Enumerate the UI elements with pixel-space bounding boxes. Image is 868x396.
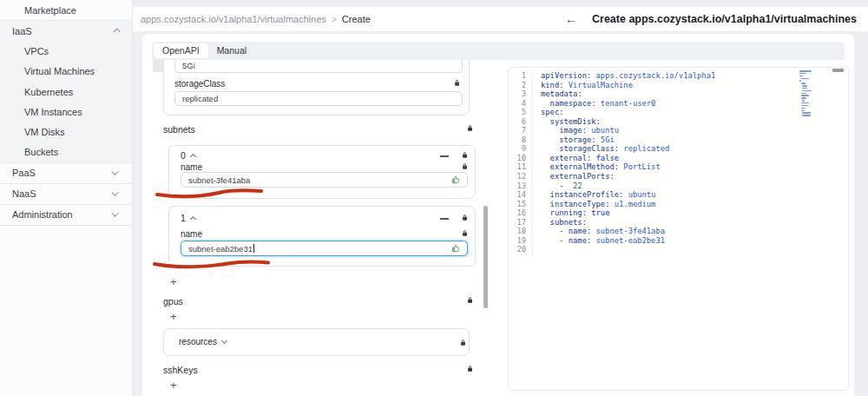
code-line: 6 systemDisk: xyxy=(509,117,848,127)
subnet-name-value: subnet-3fe41aba xyxy=(188,175,250,185)
line-number: 6 xyxy=(509,117,532,127)
tab-manual[interactable]: Manual xyxy=(208,43,255,58)
sidebar-item-label: VM Disks xyxy=(24,127,64,137)
line-number: 2 xyxy=(509,81,532,90)
lock-icon xyxy=(453,79,461,87)
sidebar-item-label: VM Instances xyxy=(24,107,82,117)
line-content: externalMethod: PortList xyxy=(532,162,661,172)
form-scrollbar[interactable] xyxy=(483,206,488,308)
code-line: 18 - name: subnet-3fe41aba xyxy=(509,227,848,236)
page-title-wrap: ← Create apps.cozystack.io/v1alpha1/virt… xyxy=(565,13,868,25)
subnet-name-value: subnet-eab2be31 xyxy=(188,244,253,254)
code-lines: 1 apiVersion: apps.cozystack.io/v1alpha1… xyxy=(509,71,848,254)
sidebar-item-administration[interactable]: Administration xyxy=(0,205,132,226)
subnet-item-index: 1 xyxy=(181,213,186,223)
code-line: 16 running: true xyxy=(509,208,848,218)
sidebar-item-naas[interactable]: NaaS xyxy=(0,184,132,205)
chevron-up-icon xyxy=(113,28,120,35)
thumbs-up-icon[interactable] xyxy=(451,244,461,254)
toolbar: apps.cozystack.io/v1alpha1/virtualmachin… xyxy=(133,7,868,31)
subnet-name-input-0[interactable]: subnet-3fe41aba xyxy=(181,172,468,188)
sidebar-item-vm-disks[interactable]: VM Disks xyxy=(0,122,132,142)
line-content: metadata: xyxy=(532,89,582,99)
subnet-item-header-1[interactable]: 1 xyxy=(181,213,195,223)
subnets-label: subnets xyxy=(163,124,195,135)
line-number: 4 xyxy=(509,99,532,109)
sidebar-item-buckets[interactable]: Buckets xyxy=(0,142,132,162)
subnet-item-card-1: 1 name subnet-eab2be31 xyxy=(168,206,476,267)
line-content: - name: subnet-eab2be31 xyxy=(532,236,665,246)
sidebar-item-label: IaaS xyxy=(12,26,32,36)
lock-icon xyxy=(466,296,474,304)
subnet-name-input-1[interactable]: subnet-eab2be31 xyxy=(181,241,468,256)
minimap-line xyxy=(799,70,812,72)
line-content: spec: xyxy=(532,108,563,117)
sidebar-item-marketplace[interactable]: Marketplace xyxy=(0,0,132,20)
minimap-line xyxy=(802,112,811,114)
minimap-line xyxy=(799,73,806,75)
tab-openapi[interactable]: OpenAPI xyxy=(154,43,208,58)
breadcrumb-path[interactable]: apps.cozystack.io/v1alpha1/virtualmachin… xyxy=(141,14,326,24)
lock-icon xyxy=(461,229,469,237)
minimap-line xyxy=(801,78,810,80)
remove-item-icon[interactable] xyxy=(440,155,449,157)
sidebar-item-label: NaaS xyxy=(12,188,36,199)
sidebar-item-label: Kubernetes xyxy=(24,87,73,97)
code-line: 17 subnets: xyxy=(509,218,848,228)
sidebar-item-paas[interactable]: PaaS xyxy=(0,163,132,184)
lock-icon xyxy=(459,339,467,346)
add-gpu-button[interactable]: + xyxy=(170,311,177,322)
code-line: 3 metadata: xyxy=(509,89,848,99)
lock-icon xyxy=(461,162,469,170)
minimap-line xyxy=(801,93,806,95)
lock-icon xyxy=(466,365,474,373)
expand-chevron-icon xyxy=(221,338,227,344)
sidebar-item-iaas[interactable]: IaaS xyxy=(0,21,132,42)
yaml-editor[interactable]: 1 apiVersion: apps.cozystack.io/v1alpha1… xyxy=(508,67,849,391)
subnet-item-header-0[interactable]: 0 xyxy=(181,150,195,161)
add-sshkey-button[interactable]: + xyxy=(170,380,177,391)
sidebar-item-vpcs[interactable]: VPCs xyxy=(0,42,132,62)
resources-header[interactable]: resources xyxy=(179,337,227,346)
collapse-chevron-icon xyxy=(190,154,196,160)
tab-bar: OpenAPI Manual xyxy=(152,42,845,60)
line-content: storageClass: replicated xyxy=(532,144,669,154)
minimap-scroll-indicator[interactable] xyxy=(832,69,844,72)
line-content: externalPorts: xyxy=(532,172,615,182)
minimap-line xyxy=(801,108,806,109)
lock-icon xyxy=(461,151,469,159)
minimap-line xyxy=(801,105,810,107)
line-content: namespace: tenant-user0 xyxy=(532,99,655,109)
line-number: 13 xyxy=(509,182,532,191)
form-panel: 5Gi storageClass replicated subnets 0 na… xyxy=(152,59,492,396)
minimap-line xyxy=(801,97,806,99)
resources-card[interactable]: resources xyxy=(163,328,470,356)
code-line: 10 external: false xyxy=(509,154,848,163)
code-line: 7 image: ubuntu xyxy=(509,126,848,135)
code-line: 2 kind: VirtualMachine xyxy=(509,81,848,90)
sidebar-item-vm-instances[interactable]: VM Instances xyxy=(0,102,132,122)
storageclass-input[interactable]: replicated xyxy=(174,91,463,106)
storage-input[interactable]: 5Gi xyxy=(174,59,463,73)
add-subnet-button[interactable]: + xyxy=(170,276,177,287)
sidebar-group-top: Marketplace xyxy=(0,0,132,21)
name-label: name xyxy=(181,162,202,172)
minimap-line xyxy=(801,95,810,96)
minimap-line xyxy=(799,80,801,82)
remove-item-icon[interactable] xyxy=(440,218,449,220)
line-content: subnets: xyxy=(532,218,587,228)
chevron-down-icon xyxy=(111,189,118,196)
sidebar-item-virtual-machines[interactable]: Virtual Machines xyxy=(0,62,132,82)
line-number: 17 xyxy=(509,218,532,228)
line-number: 18 xyxy=(509,227,532,236)
line-content: apiVersion: apps.cozystack.io/v1alpha1 xyxy=(532,71,715,81)
editor-minimap[interactable] xyxy=(799,70,843,120)
sidebar-item-label: Virtual Machines xyxy=(24,66,95,76)
line-content: - 22 xyxy=(532,182,582,191)
sidebar-item-kubernetes[interactable]: Kubernetes xyxy=(0,82,132,102)
line-number: 7 xyxy=(509,126,532,135)
back-arrow-icon[interactable]: ← xyxy=(565,13,577,25)
code-line: 12 externalPorts: xyxy=(509,172,848,182)
thumbs-up-icon[interactable] xyxy=(451,175,461,185)
subnet-item-card-0: 0 name subnet-3fe41aba xyxy=(168,145,476,199)
